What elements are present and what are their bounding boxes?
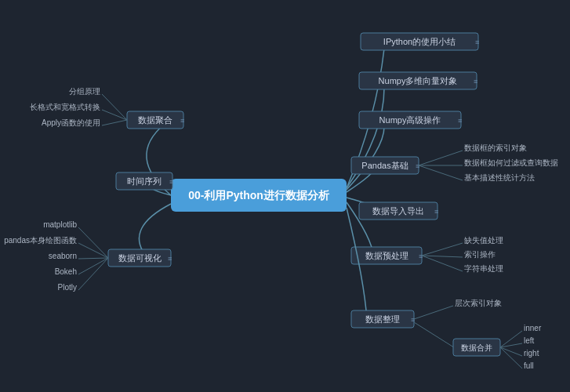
- node-right: right: [524, 349, 539, 358]
- node-inner: inner: [524, 324, 542, 332]
- node-pandas-base: Pandas基础: [361, 161, 408, 170]
- svg-text:≡: ≡: [474, 78, 477, 85]
- svg-text:≡: ≡: [419, 252, 423, 260]
- svg-text:≡: ≡: [434, 208, 438, 216]
- node-shuju-zhengli: 数据整理: [365, 314, 400, 324]
- node-shuju-yuchuli: 数据预处理: [365, 251, 408, 260]
- svg-text:≡: ≡: [416, 162, 419, 170]
- center-label: 00-利用Python进行数据分析: [188, 189, 330, 201]
- mindmap-svg: 00-利用Python进行数据分析 数据聚合 ≡ 分组原理 长格式和宽格式转换 …: [0, 0, 570, 392]
- node-shujukuang-guolv: 数据框如何过滤或查询数据: [464, 158, 558, 167]
- node-cengci-suoyin: 层次索引对象: [455, 299, 502, 307]
- node-numpy-multi: Numpy多维向量对象: [379, 76, 458, 85]
- node-full: full: [524, 361, 534, 370]
- svg-text:≡: ≡: [169, 178, 173, 186]
- node-shijian-xulie: 时间序列: [127, 176, 162, 186]
- node-plotly: Plotly: [58, 283, 77, 292]
- node-changge-shi: 长格式和宽格式转换: [30, 103, 100, 111]
- node-queshi-chuli: 缺失值处理: [464, 236, 503, 245]
- node-left: left: [524, 336, 535, 345]
- node-miaoshu-tongji: 基本描述性统计方法: [464, 173, 535, 182]
- svg-text:≡: ≡: [168, 255, 172, 263]
- node-seaborn: seaborn: [49, 252, 77, 260]
- node-suoyin-caozuo: 索引操作: [464, 250, 496, 259]
- svg-text:≡: ≡: [458, 117, 462, 125]
- node-zifuchuan-chuli: 字符串处理: [464, 264, 503, 273]
- node-fenzu-yuanli: 分组原理: [69, 87, 100, 96]
- node-ipython: IPython的使用小结: [383, 37, 456, 46]
- node-matplotlib: matplotlib: [43, 220, 77, 229]
- svg-text:≡: ≡: [180, 117, 184, 125]
- node-shuju-hebing: 数据合并: [461, 343, 492, 352]
- node-pandas-plot: pandas本身绘图函数: [4, 236, 77, 245]
- node-numpy-adv: Numpy高级操作: [379, 115, 441, 125]
- node-shuju-keshihua: 数据可视化: [118, 253, 162, 263]
- svg-text:≡: ≡: [475, 38, 479, 46]
- node-apply-hanshu: Apply函数的使用: [42, 118, 100, 127]
- node-shujukuang-suoyin: 数据框的索引对象: [464, 143, 527, 152]
- node-shuju-daoru: 数据导入导出: [372, 206, 424, 216]
- node-shuju-juhe: 数据聚合: [138, 115, 172, 125]
- node-bokeh: Bokeh: [55, 267, 77, 276]
